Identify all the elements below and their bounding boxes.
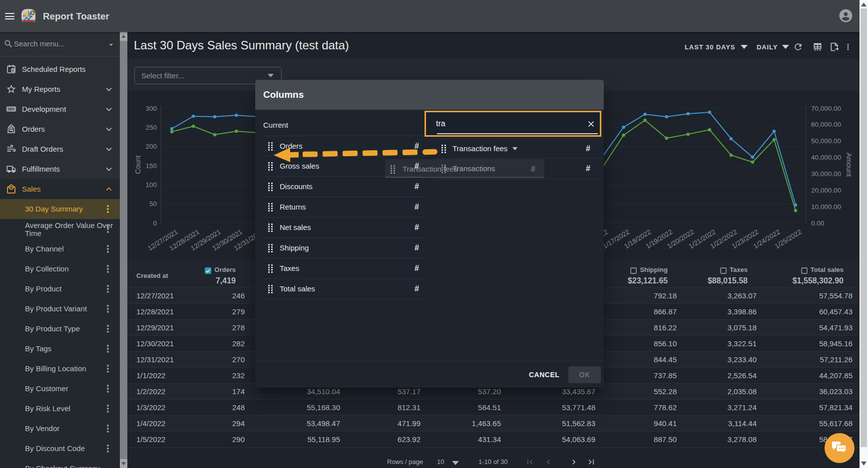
svg-text:50: 50 (149, 200, 157, 208)
svg-text:70,000.00: 70,000.00 (811, 105, 841, 112)
svg-text:150: 150 (145, 162, 157, 170)
svg-text:200: 200 (145, 143, 157, 150)
svg-text:0.00: 0.00 (811, 220, 824, 227)
svg-text:10,000.00: 10,000.00 (811, 203, 841, 211)
svg-text:30,000.00: 30,000.00 (811, 170, 841, 178)
svg-text:DEV: DEV (8, 107, 15, 111)
svg-text:50,000.00: 50,000.00 (811, 137, 841, 145)
svg-text:300: 300 (145, 105, 157, 112)
svg-text:100: 100 (145, 181, 157, 189)
svg-text:250: 250 (145, 124, 157, 131)
svg-text:0: 0 (153, 220, 157, 227)
svg-text:60,000.00: 60,000.00 (811, 121, 841, 128)
svg-text:20,000.00: 20,000.00 (811, 187, 841, 194)
svg-text:Count: Count (134, 155, 142, 174)
svg-text:Amount: Amount (845, 153, 853, 177)
svg-text:40,000.00: 40,000.00 (811, 154, 841, 161)
